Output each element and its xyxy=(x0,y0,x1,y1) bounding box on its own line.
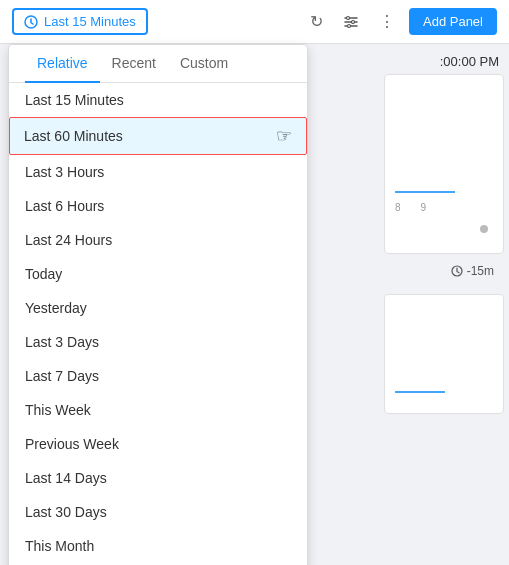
bg-chart-1: 89 xyxy=(384,74,504,254)
sliders-icon xyxy=(343,14,359,30)
settings-button[interactable] xyxy=(337,10,365,34)
list-item-selected[interactable]: Last 60 Minutes ☞ xyxy=(9,117,307,155)
bg-chart-line-2 xyxy=(395,391,445,393)
time-picker-button[interactable]: Last 15 Minutes xyxy=(12,8,148,35)
bg-chart-2 xyxy=(384,294,504,414)
svg-point-3 xyxy=(348,24,351,27)
cursor-icon: ☞ xyxy=(276,125,292,147)
tab-custom[interactable]: Custom xyxy=(168,45,240,83)
time-picker-label: Last 15 Minutes xyxy=(44,14,136,29)
tabs-row: Relative Recent Custom xyxy=(9,45,307,83)
list-item[interactable]: This Month xyxy=(9,529,307,563)
bg-status-label: -15m xyxy=(451,264,494,278)
list-item[interactable]: This Week xyxy=(9,393,307,427)
more-icon: ⋮ xyxy=(379,12,395,31)
list-item[interactable]: Last 14 Days xyxy=(9,461,307,495)
bg-chart-dot xyxy=(480,225,488,233)
time-list: Last 15 Minutes Last 60 Minutes ☞ Last 3… xyxy=(9,83,307,565)
list-item[interactable]: Last 15 Minutes xyxy=(9,83,307,117)
list-item[interactable]: Last 7 Days xyxy=(9,359,307,393)
list-item[interactable]: Last 6 Hours xyxy=(9,189,307,223)
bg-chart-line xyxy=(395,191,455,193)
list-item[interactable]: Previous Week xyxy=(9,427,307,461)
list-item[interactable]: Today xyxy=(9,257,307,291)
more-button[interactable]: ⋮ xyxy=(373,8,401,35)
top-bar: Last 15 Minutes ↻ ⋮ Add Panel xyxy=(0,0,509,44)
tab-recent[interactable]: Recent xyxy=(100,45,168,83)
add-panel-button[interactable]: Add Panel xyxy=(409,8,497,35)
bg-chart-numbers: 89 xyxy=(395,202,426,213)
bg-time-label: :00:00 PM xyxy=(440,54,499,69)
list-item[interactable]: Last 30 Days xyxy=(9,495,307,529)
list-item[interactable]: Last 3 Hours xyxy=(9,155,307,189)
time-range-dropdown: Relative Recent Custom Last 15 Minutes L… xyxy=(8,44,308,565)
tab-relative[interactable]: Relative xyxy=(25,45,100,83)
refresh-button[interactable]: ↻ xyxy=(304,8,329,35)
clock-icon xyxy=(24,15,38,29)
background-right: :00:00 PM 89 -15m xyxy=(379,44,509,565)
list-item-label: Last 60 Minutes xyxy=(24,128,123,144)
list-item[interactable]: Last 24 Hours xyxy=(9,223,307,257)
svg-point-2 xyxy=(352,20,355,23)
list-item[interactable]: Last 3 Days xyxy=(9,325,307,359)
refresh-icon: ↻ xyxy=(310,12,323,31)
svg-point-1 xyxy=(347,16,350,19)
list-item[interactable]: Yesterday xyxy=(9,291,307,325)
